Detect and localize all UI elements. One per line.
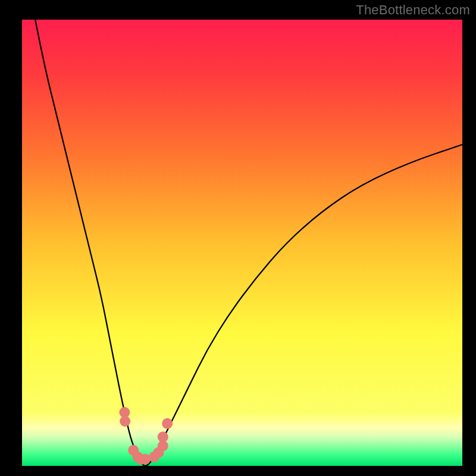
highlight-marker xyxy=(120,416,130,427)
highlight-marker xyxy=(162,418,173,429)
highlight-marker xyxy=(158,431,168,442)
bottleneck-plot xyxy=(0,0,476,476)
chart-frame: TheBottleneck.com xyxy=(0,0,476,476)
